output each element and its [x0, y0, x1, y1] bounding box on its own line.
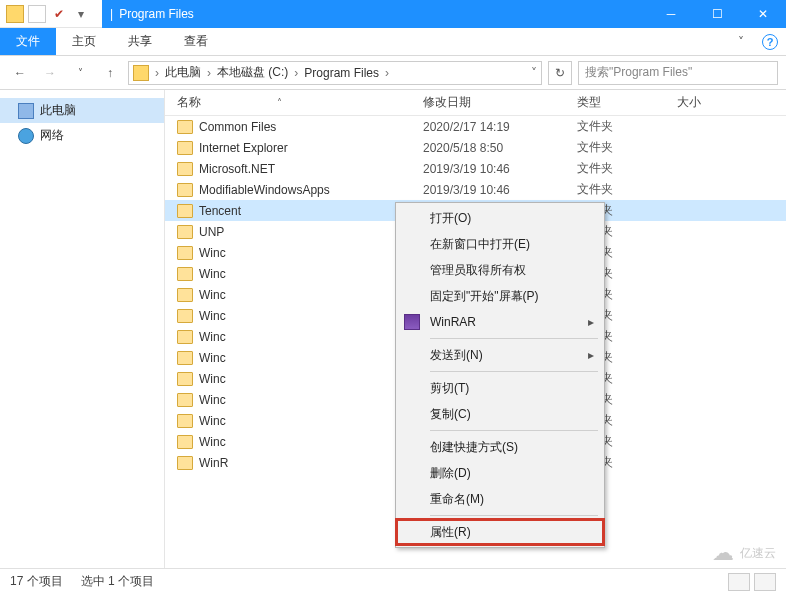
- table-row[interactable]: ModifiableWindowsApps2019/3/19 10:46文件夹: [165, 179, 786, 200]
- explorer-body: 此电脑 网络 名称 ˄ 修改日期 类型 大小 Common Files2020/…: [0, 90, 786, 568]
- menu-send-to[interactable]: 发送到(N) ▸: [396, 342, 604, 368]
- col-name[interactable]: 名称 ˄: [177, 94, 423, 111]
- quick-access-toolbar: ✔ ▾: [0, 5, 96, 23]
- search-input[interactable]: 搜索"Program Files": [578, 61, 778, 85]
- chevron-right-icon[interactable]: ›: [383, 66, 391, 80]
- file-name: Winc: [199, 372, 226, 386]
- file-name: Winc: [199, 393, 226, 407]
- status-bar: 17 个项目 选中 1 个项目: [0, 568, 786, 594]
- tab-home[interactable]: 主页: [56, 28, 112, 55]
- qat-check-icon[interactable]: ✔: [50, 5, 68, 23]
- table-row[interactable]: Common Files2020/2/17 14:19文件夹: [165, 116, 786, 137]
- chevron-right-icon[interactable]: ›: [205, 66, 213, 80]
- menu-sendto-label: 发送到(N): [430, 347, 483, 364]
- folder-icon: [177, 393, 193, 407]
- search-placeholder: 搜索"Program Files": [585, 64, 692, 81]
- window-controls: ─ ☐ ✕: [648, 0, 786, 28]
- col-size[interactable]: 大小: [677, 94, 737, 111]
- file-date: 2019/3/19 10:46: [423, 162, 577, 176]
- up-button[interactable]: ↑: [98, 61, 122, 85]
- file-name: Winc: [199, 330, 226, 344]
- file-name: Winc: [199, 246, 226, 260]
- menu-separator: [430, 338, 598, 339]
- col-type[interactable]: 类型: [577, 94, 677, 111]
- view-details-button[interactable]: [728, 573, 750, 591]
- folder-icon: [177, 204, 193, 218]
- menu-cut[interactable]: 剪切(T): [396, 375, 604, 401]
- tab-view[interactable]: 查看: [168, 28, 224, 55]
- menu-copy[interactable]: 复制(C): [396, 401, 604, 427]
- qat-icon[interactable]: [28, 5, 46, 23]
- file-name: Microsoft.NET: [199, 162, 275, 176]
- breadcrumb[interactable]: › 此电脑 › 本地磁盘 (C:) › Program Files › ˅: [128, 61, 542, 85]
- menu-separator: [430, 371, 598, 372]
- col-name-label: 名称: [177, 94, 201, 111]
- crumb-this-pc[interactable]: 此电脑: [161, 64, 205, 81]
- close-button[interactable]: ✕: [740, 0, 786, 28]
- qat-dropdown-icon[interactable]: ▾: [72, 5, 90, 23]
- tab-share[interactable]: 共享: [112, 28, 168, 55]
- menu-winrar[interactable]: WinRAR ▸: [396, 309, 604, 335]
- menu-properties[interactable]: 属性(R): [396, 519, 604, 545]
- help-icon[interactable]: ?: [762, 34, 778, 50]
- submenu-arrow-icon: ▸: [588, 348, 594, 362]
- folder-icon: [6, 5, 24, 23]
- menu-create-shortcut[interactable]: 创建快捷方式(S): [396, 434, 604, 460]
- menu-open-new-window[interactable]: 在新窗口中打开(E): [396, 231, 604, 257]
- back-button[interactable]: ←: [8, 61, 32, 85]
- file-name: Winc: [199, 288, 226, 302]
- menu-separator: [430, 430, 598, 431]
- menu-winrar-label: WinRAR: [430, 315, 476, 329]
- menu-open[interactable]: 打开(O): [396, 205, 604, 231]
- file-date: 2020/2/17 14:19: [423, 120, 577, 134]
- table-row[interactable]: Microsoft.NET2019/3/19 10:46文件夹: [165, 158, 786, 179]
- address-dropdown-icon[interactable]: ˅: [531, 66, 537, 80]
- chevron-right-icon[interactable]: ›: [153, 66, 161, 80]
- title-sep: |: [110, 7, 113, 21]
- menu-admin-own[interactable]: 管理员取得所有权: [396, 257, 604, 283]
- titlebar: ✔ ▾ | Program Files ─ ☐ ✕: [0, 0, 786, 28]
- refresh-button[interactable]: ↻: [548, 61, 572, 85]
- submenu-arrow-icon: ▸: [588, 315, 594, 329]
- tab-file[interactable]: 文件: [0, 28, 56, 55]
- folder-icon: [177, 141, 193, 155]
- view-buttons: [728, 573, 776, 591]
- menu-separator: [430, 515, 598, 516]
- ribbon-expand-icon[interactable]: ˅: [728, 28, 754, 55]
- maximize-button[interactable]: ☐: [694, 0, 740, 28]
- status-item-count: 17 个项目: [10, 573, 63, 590]
- folder-icon: [177, 183, 193, 197]
- folder-icon: [177, 288, 193, 302]
- chevron-right-icon[interactable]: ›: [292, 66, 300, 80]
- folder-icon: [177, 267, 193, 281]
- file-name: Winc: [199, 309, 226, 323]
- nav-this-pc[interactable]: 此电脑: [0, 98, 164, 123]
- nav-network[interactable]: 网络: [0, 123, 164, 148]
- forward-button[interactable]: →: [38, 61, 62, 85]
- file-name: ModifiableWindowsApps: [199, 183, 330, 197]
- menu-pin-start[interactable]: 固定到"开始"屏幕(P): [396, 283, 604, 309]
- file-list-pane: 名称 ˄ 修改日期 类型 大小 Common Files2020/2/17 14…: [165, 90, 786, 568]
- crumb-folder[interactable]: Program Files: [300, 66, 383, 80]
- folder-icon: [177, 330, 193, 344]
- col-date[interactable]: 修改日期: [423, 94, 577, 111]
- view-large-button[interactable]: [754, 573, 776, 591]
- folder-icon: [177, 309, 193, 323]
- file-type: 文件夹: [577, 139, 677, 156]
- menu-rename[interactable]: 重命名(M): [396, 486, 604, 512]
- pc-icon: [18, 103, 34, 119]
- file-type: 文件夹: [577, 118, 677, 135]
- menu-delete[interactable]: 删除(D): [396, 460, 604, 486]
- table-row[interactable]: Internet Explorer2020/5/18 8:50文件夹: [165, 137, 786, 158]
- file-name: Winc: [199, 435, 226, 449]
- folder-icon: [177, 246, 193, 260]
- folder-icon: [177, 120, 193, 134]
- file-type: 文件夹: [577, 160, 677, 177]
- address-bar: ← → ˅ ↑ › 此电脑 › 本地磁盘 (C:) › Program File…: [0, 56, 786, 90]
- minimize-button[interactable]: ─: [648, 0, 694, 28]
- network-icon: [18, 128, 34, 144]
- sort-indicator-icon: ˄: [277, 97, 282, 108]
- recent-dropdown-icon[interactable]: ˅: [68, 61, 92, 85]
- crumb-drive[interactable]: 本地磁盘 (C:): [213, 64, 292, 81]
- column-headers: 名称 ˄ 修改日期 类型 大小: [165, 90, 786, 116]
